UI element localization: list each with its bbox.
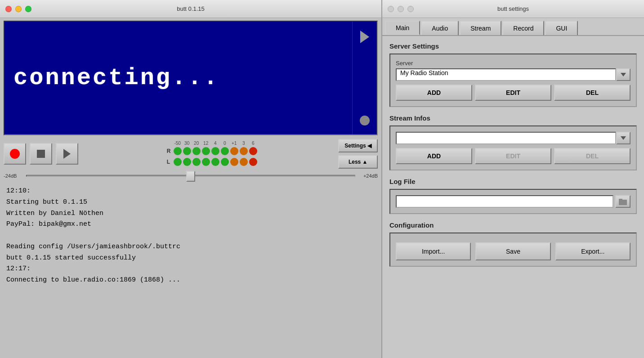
volume-slider[interactable] xyxy=(26,175,355,177)
less-button[interactable]: Less ▲ xyxy=(338,155,378,169)
vu-l-dot-7 xyxy=(230,158,238,166)
volume-min-label: -24dB xyxy=(4,173,22,179)
log-file-title: Log File xyxy=(389,178,637,185)
config-btn-row: Import... Save Export... xyxy=(396,242,631,260)
configuration-title: Configuration xyxy=(389,221,637,229)
vu-r-dot-7 xyxy=(230,147,238,155)
vu-row-l: L xyxy=(167,158,257,166)
server-dropdown-row: My Radio Station xyxy=(396,68,631,81)
stream-infos-edit-button[interactable]: EDIT xyxy=(475,148,551,164)
vu-num-2: 30 xyxy=(183,141,191,146)
log-file-row xyxy=(396,195,631,208)
log-file-input[interactable] xyxy=(396,195,613,208)
stream-infos-dropdown-row xyxy=(396,132,631,144)
play-button[interactable] xyxy=(56,143,78,165)
display-play-arrow-icon xyxy=(360,31,369,43)
vu-l-dot-4 xyxy=(202,158,210,166)
log-area: 12:10: Starting butt 0.1.15 Written by D… xyxy=(0,181,381,358)
display-text-area: connecting... xyxy=(4,22,352,134)
title-bar-left: butt 0.1.15 xyxy=(0,0,381,18)
server-dropdown-arrow[interactable] xyxy=(616,68,631,81)
server-dropdown-value: My Radio Station xyxy=(400,69,448,76)
vu-row-r: R xyxy=(167,147,257,155)
vu-r-dot-8 xyxy=(240,147,248,155)
vu-num-6: 0 xyxy=(221,141,229,146)
vu-num-5: 4 xyxy=(211,141,219,146)
vu-r-dot-5 xyxy=(211,147,219,155)
vu-num-1: -50 xyxy=(174,141,182,146)
log-text: 12:10: Starting butt 0.1.15 Written by D… xyxy=(6,186,375,286)
stream-infos-arrow-icon xyxy=(621,136,626,140)
vu-num-7: +1 xyxy=(230,141,238,146)
vu-r-dot-6 xyxy=(221,147,229,155)
vu-r-dot-1 xyxy=(174,147,182,155)
right-close-btn[interactable] xyxy=(388,6,394,12)
stream-infos-del-button[interactable]: DEL xyxy=(554,148,631,164)
window-controls xyxy=(5,6,31,12)
vu-r-dot-4 xyxy=(202,147,210,155)
vu-r-label: R xyxy=(167,148,172,154)
vu-l-dot-5 xyxy=(211,158,219,166)
dropdown-arrow-icon xyxy=(621,73,626,76)
vu-r-dot-3 xyxy=(192,147,201,155)
folder-button[interactable] xyxy=(615,195,631,208)
right-max-btn[interactable] xyxy=(407,6,414,12)
play-icon xyxy=(63,149,71,159)
settings-button[interactable]: Settings ◀ xyxy=(338,139,378,152)
settings-content: Server Settings Server My Radio Station … xyxy=(382,36,644,273)
server-label: Server xyxy=(396,60,631,67)
import-button[interactable]: Import... xyxy=(396,242,471,260)
right-window-title: butt settings xyxy=(497,5,529,12)
right-min-btn[interactable] xyxy=(398,6,404,12)
left-window: butt 0.1.15 connecting... -50 30 20 12 4 xyxy=(0,0,381,358)
minimize-btn[interactable] xyxy=(15,6,22,12)
volume-thumb[interactable] xyxy=(186,171,195,182)
server-dropdown-display[interactable]: My Radio Station xyxy=(396,68,616,81)
tab-audio[interactable]: Audio xyxy=(421,21,459,35)
log-file-section: Log File xyxy=(389,178,637,214)
left-window-title: butt 0.1.15 xyxy=(177,5,204,12)
vu-r-dot-9 xyxy=(249,147,257,155)
display-sidebar xyxy=(352,22,377,134)
maximize-btn[interactable] xyxy=(25,6,31,12)
server-settings-title: Server Settings xyxy=(389,42,637,50)
vu-l-dot-1 xyxy=(174,158,182,166)
display-circle-indicator xyxy=(360,116,370,125)
record-button[interactable] xyxy=(4,143,26,165)
tabs-row: Main Audio Stream Record GUI xyxy=(382,18,644,36)
server-btn-row: ADD EDIT DEL xyxy=(396,85,631,101)
stop-button[interactable] xyxy=(30,143,52,165)
vu-l-dot-3 xyxy=(192,158,201,166)
vu-num-3: 20 xyxy=(192,141,201,146)
tab-gui[interactable]: GUI xyxy=(545,21,578,35)
server-edit-button[interactable]: EDIT xyxy=(475,85,551,101)
stream-infos-add-button[interactable]: ADD xyxy=(396,148,472,164)
stream-infos-dropdown-arrow[interactable] xyxy=(616,132,631,144)
tab-record[interactable]: Record xyxy=(502,21,544,35)
right-window: butt settings Main Audio Stream Record G… xyxy=(381,0,644,358)
stream-infos-btn-row: ADD EDIT DEL xyxy=(396,148,631,164)
vu-l-dot-8 xyxy=(240,158,248,166)
display-area: connecting... xyxy=(4,21,378,135)
vu-num-4: 12 xyxy=(202,141,210,146)
controls-row: -50 30 20 12 4 0 +1 3 6 R xyxy=(0,137,381,170)
server-settings-section: Server Settings Server My Radio Station … xyxy=(389,42,637,107)
stop-icon xyxy=(37,150,45,158)
server-del-button[interactable]: DEL xyxy=(554,85,631,101)
settings-less-col: Settings ◀ Less ▲ xyxy=(338,139,378,169)
vu-num-9: 6 xyxy=(249,141,257,146)
save-button[interactable]: Save xyxy=(475,242,550,260)
vu-l-dot-6 xyxy=(221,158,229,166)
stream-infos-dropdown[interactable] xyxy=(396,132,616,144)
close-btn[interactable] xyxy=(5,6,12,12)
stream-infos-section: Stream Infos ADD EDIT DEL xyxy=(389,114,637,170)
tab-stream[interactable]: Stream xyxy=(460,21,501,35)
title-bar-right: butt settings xyxy=(382,0,644,18)
vu-numbers: -50 30 20 12 4 0 +1 3 6 xyxy=(174,141,257,146)
folder-icon xyxy=(619,198,627,205)
export-button[interactable]: Export... xyxy=(555,242,631,260)
tab-main[interactable]: Main xyxy=(385,21,420,35)
configuration-section: Configuration Import... Save Export... xyxy=(389,221,637,267)
server-add-button[interactable]: ADD xyxy=(396,85,472,101)
vu-l-label: L xyxy=(167,159,172,165)
